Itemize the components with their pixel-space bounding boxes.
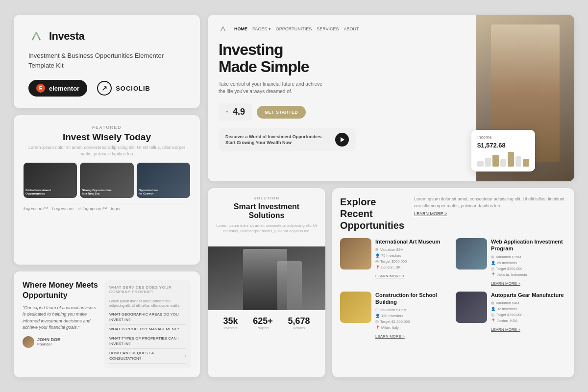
opp-title: Explore Recent Opportunities (340, 196, 404, 231)
nav-services[interactable]: SERVICES (317, 26, 339, 31)
hero-bottom-card: Discover a World of Investment Opportuni… (219, 128, 356, 151)
invest-images: Global InvestmentOpportunities Strong Op… (24, 163, 190, 198)
faq-item-3[interactable]: WHAT IS PROPERTY MANAGEMENT? (109, 325, 186, 334)
bar-1 (477, 161, 484, 167)
hero-content: HOME PAGES ▾ OPPORTUNITIES SERVICES ABOU… (208, 15, 476, 181)
money-quote: "Our expert team of financial advisors i… (23, 305, 99, 331)
sociolib-badge: ↗ SOCIOLIB (97, 81, 150, 96)
opp-name-2: Web Application Investment Program (491, 238, 566, 252)
brand-logo: Investa (28, 28, 185, 44)
opp-header: Explore Recent Opportunities Lorem ipsum… (340, 196, 566, 231)
main-container: Investa Investment & Business Opportunit… (0, 0, 588, 392)
income-bars (477, 152, 529, 167)
invest-img-3: Opportunitiesfor Growth (137, 163, 190, 198)
hero-nav: HOME PAGES ▾ OPPORTUNITIES SERVICES ABOU… (219, 24, 466, 33)
hero-description: Take control of your financial future an… (219, 80, 326, 95)
smart-investment-card: SOLUTION Smart Investment Solutions Lore… (208, 188, 325, 377)
faq-item-5[interactable]: HOW CAN I REQUEST A CONSULTATION? › (109, 349, 186, 364)
author-info: JOHN DOE Founder (37, 337, 60, 346)
bar-4 (500, 159, 507, 167)
hero-nav-logo (219, 24, 227, 33)
invest-img-2-label: Strong Opportunitiesin a New Era (82, 189, 111, 196)
hero-section: HOME PAGES ▾ OPPORTUNITIES SERVICES ABOU… (208, 15, 574, 181)
invest-title: Invest Wisely Today (24, 132, 190, 143)
sociolib-label: SOCIOLIB (116, 85, 150, 92)
opp-learn-1[interactable]: LEARN MORE > (375, 274, 405, 278)
invest-img-1-label: Global InvestmentOpportunities (25, 189, 51, 196)
sociolib-icon: ↗ (97, 81, 112, 96)
rating-star: ✦ (225, 110, 229, 114)
opp-learn-3[interactable]: LEARN MORE > (375, 334, 405, 339)
bar-7 (523, 159, 529, 167)
badge-row: E elementor ↗ SOCIOLIB (28, 80, 185, 97)
invest-subtitle: Lorem ipsum dolor sit amet, consectetur … (24, 145, 190, 157)
opp-card-3: Construction for School Building ⊞Valuat… (340, 292, 451, 340)
opp-img-construction (340, 292, 371, 323)
opp-meta-2: ⊞Valuation $15M 👤25 Investors ◎Target $2… (491, 254, 566, 278)
nav-pages[interactable]: PAGES ▾ (252, 26, 271, 31)
solution-label: SOLUTION (216, 196, 318, 200)
opp-description: Lorem ipsum dolor sit amet, consectetur … (414, 196, 566, 209)
smart-investment-desc: Lorem ipsum dolor sit amet, consectetur … (216, 223, 318, 234)
faq-item-1: Lorem ipsum dolor sit amet, consectetur … (109, 297, 186, 310)
opp-card-1: International Art Museum ⊞Valuation $2M … (340, 238, 451, 287)
opp-card-4: Autoparts Gear Manufacture ⊞Valuation $4… (456, 292, 566, 340)
opp-learn-2[interactable]: LEARN MORE > (491, 281, 520, 286)
bottom-section: SOLUTION Smart Investment Solutions Lore… (208, 188, 574, 377)
invest-img-3-label: Opportunitiesfor Growth (139, 189, 158, 196)
elementor-badge: E elementor (28, 80, 87, 97)
income-widget: Income $1,572.68 (471, 130, 535, 172)
logo-strip: logoipsum™ Logoipsum ☆ logoipsum™ logoi (24, 203, 190, 214)
opp-card-2: Web Application Investment Program ⊞Valu… (456, 238, 566, 287)
logo-strip-3: ☆ logoipsum™ (77, 206, 107, 211)
opp-img-web-app (456, 238, 487, 270)
left-panel: Investa Investment & Business Opportunit… (14, 15, 200, 377)
learn-more-main[interactable]: LEARN MORE > (414, 211, 566, 216)
logo-strip-1: logoipsum™ (24, 206, 48, 211)
brand-name: Investa (49, 30, 84, 43)
rating-number: 4.9 (233, 107, 245, 117)
faq-item-4[interactable]: WHAT TYPES OF PROPERTIES CAN I INVEST IN… (109, 334, 186, 349)
faq-title: WHAT SERVICES DOES YOUR COMPANY PROVIDE? (109, 285, 186, 294)
featured-label: FEATURED (24, 125, 190, 130)
faq-item-2[interactable]: WHAT GEOGRAPHIC AREAS DO YOU INVEST IN? (109, 310, 186, 325)
nav-opportunities[interactable]: OPPORTUNITIES (276, 26, 312, 31)
get-started-button[interactable]: GET STARTED (257, 106, 306, 119)
opp-name-4: Autoparts Gear Manufacture (491, 292, 566, 298)
money-left: Where Money Meets Opportunity "Our exper… (23, 280, 99, 368)
brand-card: Investa Investment & Business Opportunit… (14, 15, 200, 108)
play-icon (341, 137, 344, 142)
hero-bottom-text: Discover a World of Investment Opportuni… (225, 134, 330, 146)
opp-header-right: Lorem ipsum dolor sit amet, consectetur … (414, 196, 566, 231)
hero-image: Income $1,572.68 (476, 15, 574, 181)
stat-625: 625+ Projects (253, 316, 273, 330)
invest-card: FEATURED Invest Wisely Today Lorem ipsum… (14, 115, 200, 265)
play-button[interactable] (335, 133, 349, 147)
hero-nav-links: HOME PAGES ▾ OPPORTUNITIES SERVICES ABOU… (234, 26, 359, 31)
bar-3 (492, 155, 499, 167)
money-card: Where Money Meets Opportunity "Our exper… (14, 271, 200, 377)
nav-about[interactable]: ABOUT (344, 26, 359, 31)
money-author: JOHN DOE Founder (23, 336, 99, 348)
money-right: WHAT SERVICES DOES YOUR COMPANY PROVIDE?… (104, 280, 191, 368)
rating-box: ✦ 4.9 (219, 103, 252, 121)
opp-info-1: International Art Museum ⊞Valuation $2M … (375, 238, 451, 279)
hero-title: InvestingMade Simple (219, 41, 466, 75)
nav-home[interactable]: HOME (234, 26, 247, 31)
brand-tagline: Investment & Business Opportunities Elem… (28, 51, 185, 70)
opp-img-autoparts (456, 292, 487, 323)
logo-strip-4: logoi (111, 206, 121, 211)
bar-2 (485, 158, 491, 167)
opp-learn-4[interactable]: LEARN MORE > (491, 327, 520, 332)
opportunities-section: Explore Recent Opportunities Lorem ipsum… (332, 188, 574, 377)
opp-img-art-museum (340, 238, 371, 270)
bar-5 (508, 152, 514, 167)
opp-meta-1: ⊞Valuation $2M 👤75 Investors ◎Target $50… (375, 247, 451, 270)
opp-name-3: Construction for School Building (375, 292, 451, 306)
smart-investment-image (208, 246, 325, 310)
invest-img-1: Global InvestmentOpportunities (24, 163, 77, 198)
stat-35k-num: 35k (223, 316, 238, 326)
stat-625-num: 625+ (253, 316, 273, 326)
opp-info-2: Web Application Investment Program ⊞Valu… (491, 238, 566, 287)
hero-rating-row: ✦ 4.9 GET STARTED (219, 103, 466, 121)
